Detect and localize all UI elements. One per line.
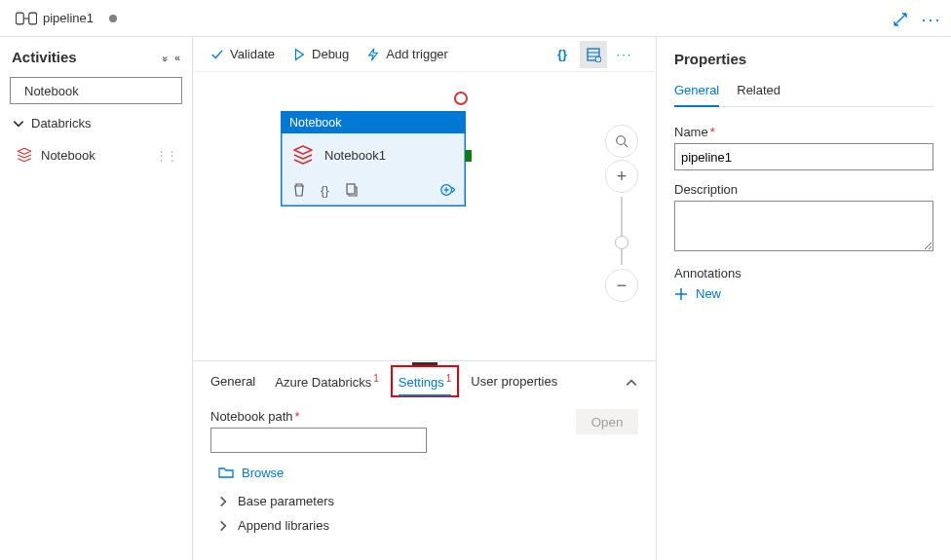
validate-label: Validate xyxy=(230,47,275,61)
expand-icon[interactable] xyxy=(889,8,912,31)
zoom-thumb[interactable] xyxy=(615,236,628,249)
description-input[interactable] xyxy=(674,201,933,251)
canvas-toolbar: Validate Debug Add trigger {} ··· xyxy=(193,37,656,72)
tab-title: pipeline1 xyxy=(43,11,94,25)
svg-rect-9 xyxy=(347,184,355,194)
add-output-icon[interactable] xyxy=(439,182,455,198)
browse-label: Browse xyxy=(242,466,284,480)
properties-toggle-button[interactable] xyxy=(580,41,607,68)
append-libraries-expander[interactable]: Append libraries xyxy=(216,518,638,533)
name-label: Name xyxy=(674,125,708,139)
open-button: Open xyxy=(576,409,638,434)
activity-group-databricks[interactable]: Databricks xyxy=(10,112,182,134)
zoom-controls: + − xyxy=(605,125,638,302)
activity-settings-panel: General Azure Databricks1 Settings1 User… xyxy=(193,360,656,560)
activity-search[interactable] xyxy=(10,77,182,104)
copy-icon[interactable] xyxy=(343,182,359,198)
code-view-button[interactable]: {} xyxy=(549,41,576,68)
chevron-right-icon xyxy=(216,495,230,508)
add-annotation-label: New xyxy=(696,286,721,301)
properties-tab-related[interactable]: Related xyxy=(737,83,780,106)
folder-icon xyxy=(218,465,234,480)
pipeline-canvas[interactable]: Notebook Notebook1 {} xyxy=(193,72,656,360)
activity-item-notebook[interactable]: Notebook ⋮⋮ xyxy=(10,142,182,168)
tab-user-properties[interactable]: User properties xyxy=(471,374,557,394)
zoom-in-button[interactable]: + xyxy=(605,160,638,193)
chevron-down-icon xyxy=(12,117,25,131)
validation-error-icon xyxy=(454,92,468,105)
properties-pane: Properties General Related Name* Descrip… xyxy=(657,37,951,560)
code-icon[interactable]: {} xyxy=(321,183,329,198)
tab-general[interactable]: General xyxy=(210,374,255,394)
svg-point-8 xyxy=(595,56,601,62)
databricks-icon xyxy=(291,143,315,167)
collapse-all-icon[interactable]: » xyxy=(159,56,171,58)
debug-label: Debug xyxy=(312,47,349,61)
node-type-label: Notebook xyxy=(282,112,465,133)
append-libraries-label: Append libraries xyxy=(238,518,329,533)
add-annotation-button[interactable]: New xyxy=(674,286,933,301)
activities-sidebar: Activities » « Databricks Notebook ⋮⋮ xyxy=(0,37,193,560)
debug-button[interactable]: Debug xyxy=(292,47,349,61)
svg-line-14 xyxy=(625,144,628,148)
settings-error-badge: 1 xyxy=(446,373,452,384)
editor-tabbar: pipeline1 ··· xyxy=(0,0,951,37)
activity-group-label: Databricks xyxy=(31,116,91,131)
svg-point-13 xyxy=(617,136,626,145)
pipeline-name-input[interactable] xyxy=(674,143,933,170)
validate-button[interactable]: Validate xyxy=(210,47,275,61)
properties-tab-general[interactable]: General xyxy=(674,83,719,107)
base-parameters-expander[interactable]: Base parameters xyxy=(216,494,638,508)
tab-azure-databricks[interactable]: Azure Databricks1 xyxy=(275,373,379,395)
description-label: Description xyxy=(674,182,933,197)
add-trigger-label: Add trigger xyxy=(386,47,448,61)
chevron-right-icon xyxy=(216,519,230,533)
azure-error-badge: 1 xyxy=(373,373,379,384)
add-trigger-button[interactable]: Add trigger xyxy=(366,47,448,61)
toolbar-more-button[interactable]: ··· xyxy=(611,41,638,68)
properties-title: Properties xyxy=(674,51,933,67)
notebook-path-label: Notebook path xyxy=(210,409,293,424)
delete-icon[interactable] xyxy=(291,182,307,198)
tab-settings[interactable]: Settings1 xyxy=(399,373,452,395)
activity-item-label: Notebook xyxy=(41,148,95,163)
plus-icon xyxy=(674,287,688,301)
pipeline-icon xyxy=(16,12,37,25)
annotations-label: Annotations xyxy=(674,266,933,280)
activity-search-input[interactable] xyxy=(22,83,190,99)
notebook-path-input[interactable] xyxy=(210,428,427,453)
zoom-reset-button[interactable] xyxy=(605,125,638,158)
unsaved-indicator-icon xyxy=(109,15,117,22)
browse-button[interactable]: Browse xyxy=(218,465,638,480)
collapse-sidebar-icon[interactable]: « xyxy=(174,52,180,63)
zoom-out-button[interactable]: − xyxy=(605,269,638,302)
svg-rect-0 xyxy=(16,13,23,24)
more-icon[interactable]: ··· xyxy=(920,8,943,31)
success-output-handle[interactable] xyxy=(465,150,472,162)
databricks-icon xyxy=(16,146,33,164)
zoom-slider[interactable] xyxy=(621,197,623,265)
node-name: Notebook1 xyxy=(324,148,386,163)
sidebar-title: Activities xyxy=(12,49,77,65)
collapse-panel-icon[interactable] xyxy=(625,376,638,392)
drag-handle-icon[interactable]: ⋮⋮ xyxy=(155,148,176,163)
pipeline-tab[interactable]: pipeline1 xyxy=(8,0,125,36)
svg-rect-1 xyxy=(29,13,37,24)
notebook-activity-node[interactable]: Notebook Notebook1 {} xyxy=(281,111,466,206)
base-parameters-label: Base parameters xyxy=(238,494,334,508)
